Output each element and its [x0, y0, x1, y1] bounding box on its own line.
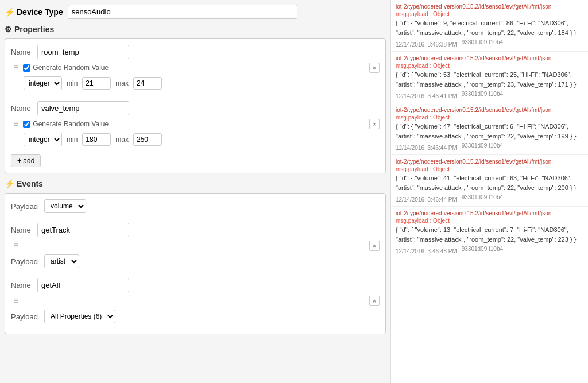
log-link-4[interactable]: iot-2/type/nodered-version0.15.2/id/sens…	[396, 158, 583, 165]
device-type-label: ⚡ Device Type	[5, 7, 63, 17]
properties-section-box: Name ≡ Generate Random Value × integer f…	[5, 38, 386, 173]
property-1-max-label: max	[115, 79, 129, 87]
property-1-name-input[interactable]	[37, 45, 129, 59]
event-1-payload-select[interactable]: volume	[44, 199, 86, 213]
log-entry-1: iot-2/type/nodered-version0.15.2/id/sens…	[391, 0, 588, 52]
device-type-input[interactable]	[68, 5, 297, 19]
log-payload-label-2: msg.payload : Object	[396, 63, 583, 69]
property-2-name-row: Name	[11, 101, 380, 115]
property-1-generate-row: ≡ Generate Random Value ×	[11, 63, 380, 73]
log-entry-4: iot-2/type/nodered-version0.15.2/id/sens…	[391, 155, 588, 207]
generate-label-text-2: Generate Random Value	[33, 120, 109, 128]
property-2-close-button[interactable]: ×	[369, 119, 380, 129]
property-1-name-label: Name	[11, 48, 33, 56]
log-id-4: 93301d09.f10b4	[462, 194, 503, 203]
property-2-name-label: Name	[11, 104, 33, 113]
log-id-1: 93301d09.f10b4	[462, 39, 503, 48]
property-2-min-label: min	[67, 136, 78, 144]
event-1-payload-label: Payload	[11, 202, 40, 211]
event-3-close-button[interactable]: ×	[369, 296, 380, 306]
event-3-name-input[interactable]	[37, 278, 129, 292]
event-3-name-row: Name	[11, 278, 380, 292]
log-body-2: { "d": { "volume": 53, "electrical_curre…	[396, 70, 583, 89]
drag-handle-event-2: ≡	[13, 241, 18, 250]
drag-handle-1: ≡	[13, 63, 18, 72]
property-1-name-row: Name	[11, 45, 380, 59]
events-section-box: Payload volume Name ≡ × Payload artist	[5, 193, 386, 334]
event-2-payload-select[interactable]: artist	[44, 254, 79, 268]
log-link-3[interactable]: iot-2/type/nodered-version0.15.2/id/sens…	[396, 107, 583, 113]
event-2-name-row: Name	[11, 223, 380, 237]
log-timestamp-3: 12/14/2016, 3:46:44 PM	[396, 145, 457, 151]
property-2-max-input[interactable]	[133, 133, 162, 146]
log-link-2[interactable]: iot-2/type/nodered-version0.15.2/id/sens…	[396, 55, 583, 61]
log-timestamp-1: 12/14/2016, 3:46:38 PM	[396, 41, 457, 48]
log-entry-2: iot-2/type/nodered-version0.15.2/id/sens…	[391, 52, 588, 103]
property-2-generate-label[interactable]: Generate Random Value	[23, 120, 109, 128]
event-3-payload-label: Payload	[11, 312, 40, 321]
property-item-2: Name ≡ Generate Random Value × integer f…	[11, 101, 380, 146]
log-body-3: { "d": { "volume": 47, "electrical_curre…	[396, 122, 583, 141]
generate-label-text-1: Generate Random Value	[33, 64, 109, 72]
drag-handle-event-3: ≡	[13, 296, 18, 305]
property-2-min-input[interactable]	[82, 133, 111, 146]
event-2-name-label: Name	[11, 226, 33, 234]
log-entry-3: iot-2/type/nodered-version0.15.2/id/sens…	[391, 103, 588, 155]
log-id-3: 93301d09.f10b4	[462, 142, 503, 151]
property-2-name-input[interactable]	[37, 101, 129, 115]
event-3-payload-select[interactable]: All Properties (6)	[44, 310, 115, 323]
log-link-1[interactable]: iot-2/type/nodered-version0.15.2/id/sens…	[396, 3, 583, 10]
properties-section-header: ⚙ Properties	[5, 25, 386, 34]
event-item-3: Name ≡ × Payload All Properties (6)	[11, 278, 380, 323]
gear-icon: ⚙	[5, 25, 12, 34]
event-2-payload-row: Payload artist	[11, 254, 380, 268]
event-item-1: Payload volume	[11, 199, 380, 213]
log-timestamp-2: 12/14/2016, 3:46:41 PM	[396, 93, 457, 99]
event-item-2: Name ≡ × Payload artist	[11, 223, 380, 268]
lightning-icon: ⚡	[5, 7, 14, 17]
event-2-close-button[interactable]: ×	[369, 241, 380, 251]
event-3-payload-row: Payload All Properties (6)	[11, 310, 380, 323]
log-payload-label-5: msg.payload : Object	[396, 218, 583, 224]
property-2-max-label: max	[115, 136, 129, 144]
log-body-1: { "d": { "volume": 9, "electrical_curren…	[396, 18, 583, 37]
property-2-generate-row: ≡ Generate Random Value ×	[11, 119, 380, 129]
bolt-icon: ⚡	[5, 179, 14, 188]
event-1-payload-row: Payload volume	[11, 199, 380, 213]
event-2-drag-row: ≡ ×	[11, 241, 380, 251]
property-1-max-input[interactable]	[133, 77, 162, 90]
drag-handle-2: ≡	[13, 119, 18, 129]
event-2-name-input[interactable]	[37, 223, 129, 237]
property-2-range-row: integer float string min max	[11, 133, 380, 146]
property-1-min-label: min	[67, 79, 78, 87]
log-id-5: 93301d09.f10b4	[462, 246, 503, 254]
left-panel: ⚡ Device Type ⚙ Properties Name ≡ Genera…	[0, 0, 390, 383]
property-1-type-select[interactable]: integer float string	[24, 76, 62, 90]
log-entry-5: iot-2/type/nodered-version0.15.2/id/sens…	[391, 207, 588, 258]
log-body-4: { "d": { "volume": 41, "electrical_curre…	[396, 173, 583, 192]
property-item-1: Name ≡ Generate Random Value × integer f…	[11, 45, 380, 90]
log-body-5: { "d": { "volume": 13, "electrical_curre…	[396, 225, 583, 244]
log-timestamp-4: 12/14/2016, 3:46:44 PM	[396, 196, 457, 203]
events-label: Events	[17, 179, 43, 188]
right-panel: iot-2/type/nodered-version0.15.2/id/sens…	[390, 0, 588, 383]
device-type-row: ⚡ Device Type	[5, 5, 386, 19]
property-2-generate-checkbox[interactable]	[23, 121, 30, 128]
log-timestamp-5: 12/14/2016, 3:46:48 PM	[396, 248, 457, 254]
property-1-range-row: integer float string min max	[11, 76, 380, 90]
log-link-5[interactable]: iot-2/type/nodered-version0.15.2/id/sens…	[396, 210, 583, 216]
event-2-payload-label: Payload	[11, 257, 40, 266]
event-3-name-label: Name	[11, 281, 33, 289]
add-property-button[interactable]: + add	[11, 154, 41, 167]
device-type-text: Device Type	[17, 7, 63, 17]
property-2-type-select[interactable]: integer float string	[24, 133, 62, 146]
log-payload-label-1: msg.payload : Object	[396, 11, 583, 17]
property-1-generate-checkbox[interactable]	[23, 64, 30, 72]
properties-label: Properties	[14, 25, 54, 34]
property-1-generate-label[interactable]: Generate Random Value	[23, 64, 109, 72]
log-payload-label-4: msg.payload : Object	[396, 166, 583, 172]
log-payload-label-3: msg.payload : Object	[396, 114, 583, 121]
log-id-2: 93301d09.f10b4	[462, 91, 503, 99]
property-1-close-button[interactable]: ×	[369, 63, 380, 73]
property-1-min-input[interactable]	[82, 77, 111, 90]
